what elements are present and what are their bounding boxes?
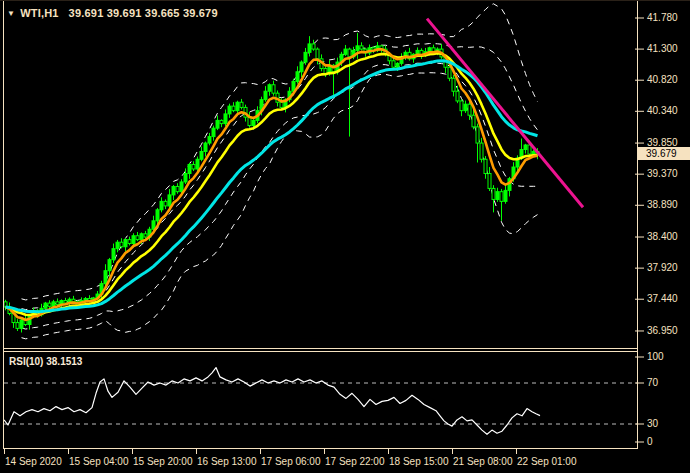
rsi-pane-area[interactable] <box>4 353 637 448</box>
time-scale[interactable] <box>0 449 690 473</box>
price-scale[interactable] <box>638 1 690 449</box>
main-chart-area[interactable] <box>4 1 637 348</box>
chart-window: 41.78041.30040.82040.34039.85039.37038.8… <box>0 0 690 473</box>
